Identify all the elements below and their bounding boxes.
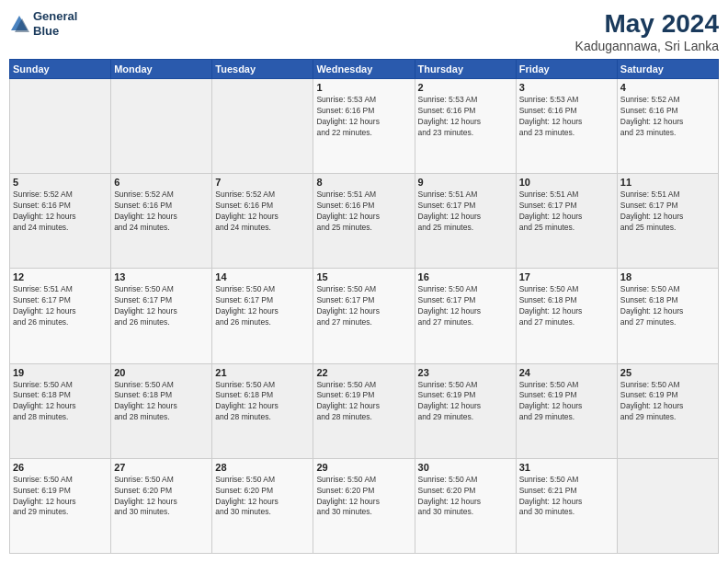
day-info: Sunrise: 5:50 AM Sunset: 6:19 PM Dayligh… [316, 380, 411, 424]
logo-icon [9, 14, 29, 34]
header: General Blue May 2024 Kadugannawa, Sri L… [9, 9, 719, 53]
day-number: 11 [620, 177, 715, 188]
weekday-monday: Monday [111, 60, 212, 79]
day-number: 15 [316, 271, 411, 282]
day-info: Sunrise: 5:50 AM Sunset: 6:19 PM Dayligh… [620, 380, 715, 424]
day-number: 6 [114, 177, 209, 188]
logo-text: General Blue [33, 9, 77, 38]
week-row-2: 12Sunrise: 5:51 AM Sunset: 6:17 PM Dayli… [10, 269, 719, 363]
logo: General Blue [9, 9, 77, 38]
day-info: Sunrise: 5:50 AM Sunset: 6:20 PM Dayligh… [418, 475, 513, 519]
day-info: Sunrise: 5:50 AM Sunset: 6:18 PM Dayligh… [215, 380, 310, 424]
day-info: Sunrise: 5:50 AM Sunset: 6:21 PM Dayligh… [519, 475, 614, 519]
day-number: 7 [215, 177, 310, 188]
day-number: 21 [215, 367, 310, 378]
day-info: Sunrise: 5:50 AM Sunset: 6:18 PM Dayligh… [519, 284, 614, 328]
calendar-cell: 2Sunrise: 5:53 AM Sunset: 6:16 PM Daylig… [415, 79, 516, 174]
day-info: Sunrise: 5:50 AM Sunset: 6:17 PM Dayligh… [114, 284, 209, 328]
calendar-cell: 4Sunrise: 5:52 AM Sunset: 6:16 PM Daylig… [617, 79, 718, 174]
day-number: 20 [114, 367, 209, 378]
weekday-sunday: Sunday [10, 60, 111, 79]
calendar-cell: 22Sunrise: 5:50 AM Sunset: 6:19 PM Dayli… [313, 363, 415, 458]
day-number: 16 [418, 271, 513, 282]
calendar-cell: 3Sunrise: 5:53 AM Sunset: 6:16 PM Daylig… [516, 79, 617, 174]
day-number: 29 [316, 462, 411, 473]
calendar-cell: 23Sunrise: 5:50 AM Sunset: 6:19 PM Dayli… [415, 363, 516, 458]
day-info: Sunrise: 5:51 AM Sunset: 6:17 PM Dayligh… [620, 190, 715, 234]
calendar-cell [111, 79, 212, 174]
calendar-cell [212, 79, 313, 174]
day-info: Sunrise: 5:50 AM Sunset: 6:20 PM Dayligh… [316, 475, 411, 519]
calendar-table: SundayMondayTuesdayWednesdayThursdayFrid… [9, 59, 719, 554]
day-info: Sunrise: 5:50 AM Sunset: 6:19 PM Dayligh… [13, 475, 108, 519]
day-info: Sunrise: 5:51 AM Sunset: 6:17 PM Dayligh… [519, 190, 614, 234]
day-info: Sunrise: 5:50 AM Sunset: 6:18 PM Dayligh… [13, 380, 108, 424]
calendar-header: SundayMondayTuesdayWednesdayThursdayFrid… [10, 60, 719, 79]
day-info: Sunrise: 5:50 AM Sunset: 6:20 PM Dayligh… [114, 475, 209, 519]
day-number: 18 [620, 271, 715, 282]
calendar-cell: 7Sunrise: 5:52 AM Sunset: 6:16 PM Daylig… [212, 174, 313, 269]
calendar-body: 1Sunrise: 5:53 AM Sunset: 6:16 PM Daylig… [10, 79, 719, 554]
day-number: 4 [620, 82, 715, 93]
day-info: Sunrise: 5:52 AM Sunset: 6:16 PM Dayligh… [620, 95, 715, 139]
day-number: 12 [13, 271, 108, 282]
day-number: 10 [519, 177, 614, 188]
calendar-cell: 18Sunrise: 5:50 AM Sunset: 6:18 PM Dayli… [617, 269, 718, 363]
weekday-wednesday: Wednesday [313, 60, 415, 79]
day-number: 14 [215, 271, 310, 282]
calendar-cell: 9Sunrise: 5:51 AM Sunset: 6:17 PM Daylig… [415, 174, 516, 269]
day-info: Sunrise: 5:50 AM Sunset: 6:17 PM Dayligh… [316, 284, 411, 328]
calendar-cell: 15Sunrise: 5:50 AM Sunset: 6:17 PM Dayli… [313, 269, 415, 363]
day-number: 30 [418, 462, 513, 473]
day-info: Sunrise: 5:50 AM Sunset: 6:18 PM Dayligh… [114, 380, 209, 424]
week-row-4: 26Sunrise: 5:50 AM Sunset: 6:19 PM Dayli… [10, 458, 719, 553]
calendar-cell: 26Sunrise: 5:50 AM Sunset: 6:19 PM Dayli… [10, 458, 111, 553]
day-info: Sunrise: 5:51 AM Sunset: 6:17 PM Dayligh… [418, 190, 513, 234]
week-row-3: 19Sunrise: 5:50 AM Sunset: 6:18 PM Dayli… [10, 363, 719, 458]
day-info: Sunrise: 5:51 AM Sunset: 6:16 PM Dayligh… [316, 190, 411, 234]
day-number: 5 [13, 177, 108, 188]
day-number: 3 [519, 82, 614, 93]
day-number: 2 [418, 82, 513, 93]
day-number: 22 [316, 367, 411, 378]
title-block: May 2024 Kadugannawa, Sri Lanka [575, 9, 719, 53]
calendar-subtitle: Kadugannawa, Sri Lanka [575, 39, 719, 53]
day-info: Sunrise: 5:52 AM Sunset: 6:16 PM Dayligh… [13, 190, 108, 234]
day-number: 9 [418, 177, 513, 188]
day-info: Sunrise: 5:51 AM Sunset: 6:17 PM Dayligh… [13, 284, 108, 328]
weekday-tuesday: Tuesday [212, 60, 313, 79]
day-number: 23 [418, 367, 513, 378]
day-info: Sunrise: 5:50 AM Sunset: 6:17 PM Dayligh… [418, 284, 513, 328]
calendar-cell: 30Sunrise: 5:50 AM Sunset: 6:20 PM Dayli… [415, 458, 516, 553]
calendar-cell: 24Sunrise: 5:50 AM Sunset: 6:19 PM Dayli… [516, 363, 617, 458]
day-info: Sunrise: 5:50 AM Sunset: 6:19 PM Dayligh… [418, 380, 513, 424]
calendar-cell: 12Sunrise: 5:51 AM Sunset: 6:17 PM Dayli… [10, 269, 111, 363]
day-number: 28 [215, 462, 310, 473]
calendar-cell: 17Sunrise: 5:50 AM Sunset: 6:18 PM Dayli… [516, 269, 617, 363]
day-info: Sunrise: 5:50 AM Sunset: 6:18 PM Dayligh… [620, 284, 715, 328]
calendar-cell: 20Sunrise: 5:50 AM Sunset: 6:18 PM Dayli… [111, 363, 212, 458]
calendar-cell: 11Sunrise: 5:51 AM Sunset: 6:17 PM Dayli… [617, 174, 718, 269]
day-number: 27 [114, 462, 209, 473]
day-number: 25 [620, 367, 715, 378]
day-number: 13 [114, 271, 209, 282]
day-info: Sunrise: 5:50 AM Sunset: 6:20 PM Dayligh… [215, 475, 310, 519]
day-number: 31 [519, 462, 614, 473]
day-number: 17 [519, 271, 614, 282]
calendar-cell: 31Sunrise: 5:50 AM Sunset: 6:21 PM Dayli… [516, 458, 617, 553]
day-info: Sunrise: 5:53 AM Sunset: 6:16 PM Dayligh… [418, 95, 513, 139]
calendar-cell: 1Sunrise: 5:53 AM Sunset: 6:16 PM Daylig… [313, 79, 415, 174]
weekday-row: SundayMondayTuesdayWednesdayThursdayFrid… [10, 60, 719, 79]
logo-line1: General [33, 9, 77, 24]
day-number: 26 [13, 462, 108, 473]
day-info: Sunrise: 5:52 AM Sunset: 6:16 PM Dayligh… [114, 190, 209, 234]
weekday-friday: Friday [516, 60, 617, 79]
calendar-cell: 27Sunrise: 5:50 AM Sunset: 6:20 PM Dayli… [111, 458, 212, 553]
day-info: Sunrise: 5:50 AM Sunset: 6:19 PM Dayligh… [519, 380, 614, 424]
calendar-cell: 29Sunrise: 5:50 AM Sunset: 6:20 PM Dayli… [313, 458, 415, 553]
calendar-cell: 16Sunrise: 5:50 AM Sunset: 6:17 PM Dayli… [415, 269, 516, 363]
calendar-cell: 5Sunrise: 5:52 AM Sunset: 6:16 PM Daylig… [10, 174, 111, 269]
calendar-cell: 28Sunrise: 5:50 AM Sunset: 6:20 PM Dayli… [212, 458, 313, 553]
calendar-cell: 13Sunrise: 5:50 AM Sunset: 6:17 PM Dayli… [111, 269, 212, 363]
calendar-cell [617, 458, 718, 553]
